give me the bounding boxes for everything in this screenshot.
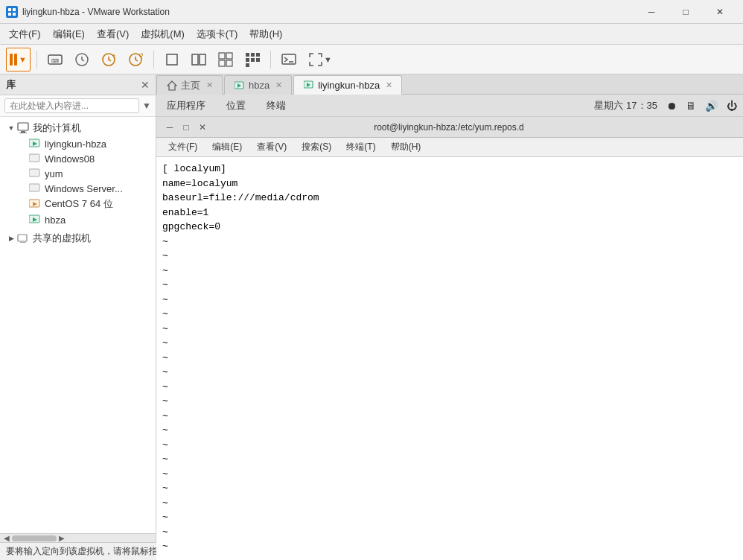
scroll-thumb[interactable] (12, 535, 57, 541)
sidebar-close-button[interactable]: ✕ (141, 79, 150, 91)
menu-help[interactable]: 帮助(H) (243, 25, 288, 43)
vm-submenu-apps[interactable]: 应用程序 (162, 97, 210, 115)
terminal-maximize-btn[interactable]: □ (179, 120, 194, 135)
snapshot3-icon: ↺ (127, 51, 144, 68)
terminal-line-tilde-17: ~ (162, 467, 737, 482)
ctrl-alt-del-icon: ⌨ (47, 51, 63, 68)
sidebar-item-liyingkun[interactable]: liyingkun-hbza (12, 136, 156, 151)
tab-hbza-close[interactable]: ✕ (275, 80, 282, 90)
terminal-menu-edit[interactable]: 编辑(E) (206, 139, 248, 155)
close-button[interactable]: ✕ (703, 0, 737, 24)
snapshot-icon (74, 51, 90, 68)
menu-tab[interactable]: 选项卡(T) (191, 25, 244, 43)
terminal-menu-terminal[interactable]: 终端(T) (340, 139, 381, 155)
terminal-menu-help[interactable]: 帮助(H) (385, 139, 427, 155)
sidebar-item-shared[interactable]: ▶ 共享的虚拟机 (0, 230, 156, 246)
terminal-body[interactable]: [ localyum] name=localyum baseurl=file:/… (156, 157, 743, 560)
view-more-button[interactable] (240, 48, 264, 71)
tab-hbza-label: hbza (249, 80, 270, 91)
svg-rect-22 (251, 58, 255, 62)
minimize-button[interactable]: ─ (634, 0, 669, 24)
sidebar-title: 库 (6, 78, 16, 92)
toolbar-separator-2 (153, 51, 154, 69)
snapshot-button[interactable] (70, 48, 94, 71)
item-label-liyingkun: liyingkun-hbza (45, 139, 106, 150)
scroll-right-icon[interactable]: ▶ (57, 533, 67, 544)
sidebar-item-windows-server[interactable]: Windows Server... (12, 181, 156, 196)
menu-view[interactable]: 查看(V) (91, 25, 135, 43)
terminal-title: root@liyingkun-hbza:/etc/yum.repos.d (210, 122, 688, 133)
view-single-icon (164, 51, 180, 68)
terminal-line-tilde-11: ~ (162, 380, 737, 395)
terminal-menu: 文件(F) 编辑(E) 查看(V) 搜索(S) 终端(T) 帮助(H) (156, 138, 743, 157)
svg-rect-14 (219, 53, 225, 59)
search-input[interactable] (4, 98, 139, 113)
svg-rect-0 (8, 8, 11, 11)
scroll-left-icon[interactable]: ◀ (1, 533, 12, 544)
svg-rect-16 (219, 60, 225, 66)
menu-file[interactable]: 文件(F) (3, 25, 47, 43)
svg-rect-21 (246, 58, 249, 62)
power-icon: ⏻ (727, 100, 737, 112)
svg-rect-13 (200, 54, 205, 65)
fullscreen-dropdown[interactable]: ▼ (324, 55, 332, 64)
vm-submenu-places[interactable]: 位置 (222, 97, 250, 115)
tab-home-close[interactable]: ✕ (206, 80, 213, 90)
vm-submenu: 应用程序 位置 终端 星期六 17：35 ⏺ 🖥 🔊 ⏻ (156, 95, 743, 117)
svg-rect-28 (21, 131, 25, 133)
terminal-close-btn[interactable]: ✕ (195, 120, 210, 135)
console-button[interactable] (277, 48, 301, 71)
tree-root[interactable]: ▼ 我的计算机 (0, 120, 156, 136)
svg-rect-2 (8, 13, 11, 16)
sidebar-item-hbza[interactable]: hbza (12, 212, 156, 227)
maximize-button[interactable]: □ (669, 0, 703, 24)
terminal-line-tilde-10: ~ (162, 365, 737, 380)
vm-status-right: 星期六 17：35 ⏺ 🖥 🔊 ⏻ (594, 99, 737, 112)
terminal-line-tilde-5: ~ (162, 293, 737, 308)
view-single-button[interactable] (160, 48, 184, 71)
svg-text:+: + (112, 53, 115, 58)
sidebar-item-centos[interactable]: CentOS 7 64 位 (12, 196, 156, 212)
svg-rect-19 (251, 53, 255, 57)
sidebar-item-yum[interactable]: yum (12, 166, 156, 181)
root-arrow-icon: ▼ (6, 123, 16, 133)
terminal-menu-view[interactable]: 查看(V) (251, 139, 293, 155)
vm-running-icon-2 (28, 198, 42, 210)
vm-icon-2 (28, 168, 42, 179)
tab-liyingkun-label: liyingkun-hbza (318, 80, 380, 91)
terminal-menu-search[interactable]: 搜索(S) (296, 139, 337, 155)
svg-rect-29 (19, 133, 27, 133)
snapshot3-button[interactable]: ↺ (124, 48, 147, 71)
ctrl-alt-del-button[interactable]: ⌨ (43, 48, 67, 71)
fullscreen-button[interactable]: ▼ (304, 48, 336, 71)
terminal-menu-file[interactable]: 文件(F) (162, 139, 203, 155)
vm-tree: ▼ 我的计算机 liyingkun-hbza (0, 117, 156, 533)
vm-running-icon-1 (28, 138, 42, 150)
pause-button[interactable]: ▼ (6, 48, 31, 71)
terminal-line-tilde-9: ~ (162, 351, 737, 366)
terminal-minimize-btn[interactable]: ─ (162, 120, 177, 135)
menu-edit[interactable]: 编辑(E) (47, 25, 91, 43)
svg-rect-34 (29, 184, 39, 191)
computer-icon (16, 122, 30, 134)
shared-arrow-icon: ▶ (6, 233, 16, 244)
svg-rect-12 (192, 54, 198, 65)
svg-rect-24 (246, 63, 249, 67)
root-label: 我的计算机 (33, 121, 81, 135)
search-dropdown-icon[interactable]: ▼ (142, 101, 151, 111)
tab-home[interactable]: 主页 ✕ (156, 75, 223, 95)
sidebar-item-windows08[interactable]: Windows08 (12, 151, 156, 166)
tab-liyingkun[interactable]: liyingkun-hbza ✕ (293, 75, 402, 95)
view-dual-button[interactable] (187, 48, 211, 71)
snapshot2-button[interactable]: + (97, 48, 121, 71)
menu-vm[interactable]: 虚拟机(M) (135, 25, 191, 43)
view-quad-button[interactable] (214, 48, 237, 71)
terminal-line-tilde-4: ~ (162, 278, 737, 293)
tab-liyingkun-close[interactable]: ✕ (386, 80, 392, 90)
terminal-line-tilde-12: ~ (162, 394, 737, 409)
terminal-line-3: enable=1 (162, 206, 737, 220)
app-icon (6, 6, 18, 18)
tab-hbza[interactable]: hbza ✕ (224, 75, 292, 95)
vm-submenu-terminal[interactable]: 终端 (262, 97, 290, 115)
pause-dropdown[interactable]: ▼ (19, 55, 27, 64)
